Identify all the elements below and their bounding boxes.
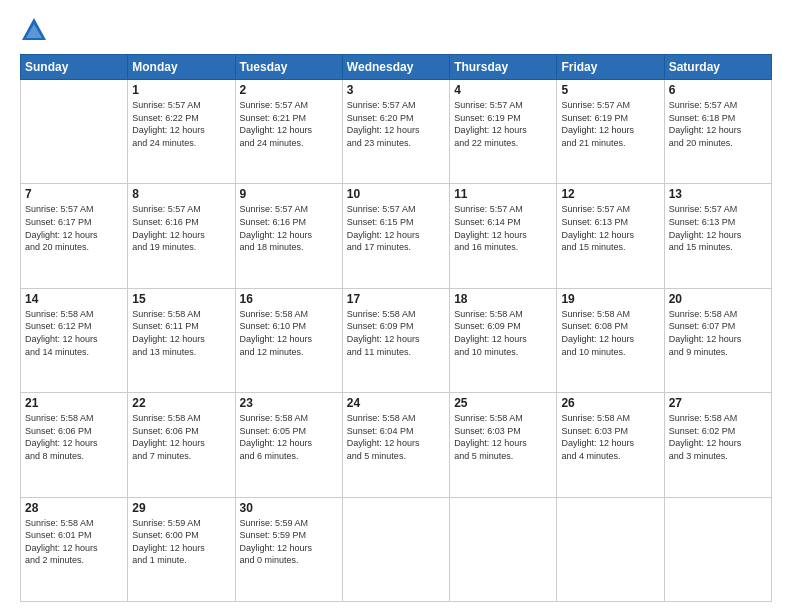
day-number: 24 [347, 396, 445, 410]
day-cell-14: 14Sunrise: 5:58 AM Sunset: 6:12 PM Dayli… [21, 288, 128, 392]
day-info: Sunrise: 5:57 AM Sunset: 6:16 PM Dayligh… [132, 203, 230, 253]
day-cell-12: 12Sunrise: 5:57 AM Sunset: 6:13 PM Dayli… [557, 184, 664, 288]
empty-cell [664, 497, 771, 601]
day-cell-22: 22Sunrise: 5:58 AM Sunset: 6:06 PM Dayli… [128, 393, 235, 497]
day-cell-17: 17Sunrise: 5:58 AM Sunset: 6:09 PM Dayli… [342, 288, 449, 392]
day-number: 14 [25, 292, 123, 306]
day-number: 27 [669, 396, 767, 410]
day-number: 15 [132, 292, 230, 306]
day-info: Sunrise: 5:59 AM Sunset: 5:59 PM Dayligh… [240, 517, 338, 567]
day-info: Sunrise: 5:57 AM Sunset: 6:21 PM Dayligh… [240, 99, 338, 149]
day-number: 17 [347, 292, 445, 306]
day-number: 8 [132, 187, 230, 201]
day-info: Sunrise: 5:58 AM Sunset: 6:10 PM Dayligh… [240, 308, 338, 358]
day-info: Sunrise: 5:58 AM Sunset: 6:11 PM Dayligh… [132, 308, 230, 358]
day-info: Sunrise: 5:57 AM Sunset: 6:13 PM Dayligh… [561, 203, 659, 253]
day-cell-21: 21Sunrise: 5:58 AM Sunset: 6:06 PM Dayli… [21, 393, 128, 497]
day-number: 10 [347, 187, 445, 201]
day-number: 19 [561, 292, 659, 306]
day-number: 4 [454, 83, 552, 97]
day-number: 2 [240, 83, 338, 97]
day-info: Sunrise: 5:58 AM Sunset: 6:09 PM Dayligh… [347, 308, 445, 358]
day-cell-10: 10Sunrise: 5:57 AM Sunset: 6:15 PM Dayli… [342, 184, 449, 288]
day-number: 9 [240, 187, 338, 201]
day-info: Sunrise: 5:57 AM Sunset: 6:17 PM Dayligh… [25, 203, 123, 253]
week-row-4: 21Sunrise: 5:58 AM Sunset: 6:06 PM Dayli… [21, 393, 772, 497]
day-cell-15: 15Sunrise: 5:58 AM Sunset: 6:11 PM Dayli… [128, 288, 235, 392]
day-number: 11 [454, 187, 552, 201]
day-cell-20: 20Sunrise: 5:58 AM Sunset: 6:07 PM Dayli… [664, 288, 771, 392]
week-row-1: 1Sunrise: 5:57 AM Sunset: 6:22 PM Daylig… [21, 80, 772, 184]
day-number: 12 [561, 187, 659, 201]
day-cell-6: 6Sunrise: 5:57 AM Sunset: 6:18 PM Daylig… [664, 80, 771, 184]
day-info: Sunrise: 5:57 AM Sunset: 6:13 PM Dayligh… [669, 203, 767, 253]
day-cell-30: 30Sunrise: 5:59 AM Sunset: 5:59 PM Dayli… [235, 497, 342, 601]
day-cell-29: 29Sunrise: 5:59 AM Sunset: 6:00 PM Dayli… [128, 497, 235, 601]
day-info: Sunrise: 5:58 AM Sunset: 6:02 PM Dayligh… [669, 412, 767, 462]
day-cell-4: 4Sunrise: 5:57 AM Sunset: 6:19 PM Daylig… [450, 80, 557, 184]
day-cell-7: 7Sunrise: 5:57 AM Sunset: 6:17 PM Daylig… [21, 184, 128, 288]
day-info: Sunrise: 5:58 AM Sunset: 6:03 PM Dayligh… [454, 412, 552, 462]
day-cell-26: 26Sunrise: 5:58 AM Sunset: 6:03 PM Dayli… [557, 393, 664, 497]
empty-cell [450, 497, 557, 601]
day-number: 22 [132, 396, 230, 410]
day-number: 20 [669, 292, 767, 306]
day-number: 3 [347, 83, 445, 97]
day-info: Sunrise: 5:57 AM Sunset: 6:15 PM Dayligh… [347, 203, 445, 253]
week-row-5: 28Sunrise: 5:58 AM Sunset: 6:01 PM Dayli… [21, 497, 772, 601]
day-info: Sunrise: 5:58 AM Sunset: 6:08 PM Dayligh… [561, 308, 659, 358]
day-cell-24: 24Sunrise: 5:58 AM Sunset: 6:04 PM Dayli… [342, 393, 449, 497]
day-cell-25: 25Sunrise: 5:58 AM Sunset: 6:03 PM Dayli… [450, 393, 557, 497]
weekday-header-row: SundayMondayTuesdayWednesdayThursdayFrid… [21, 55, 772, 80]
page: SundayMondayTuesdayWednesdayThursdayFrid… [0, 0, 792, 612]
header [20, 16, 772, 44]
logo [20, 16, 52, 44]
weekday-header-monday: Monday [128, 55, 235, 80]
day-cell-19: 19Sunrise: 5:58 AM Sunset: 6:08 PM Dayli… [557, 288, 664, 392]
day-number: 30 [240, 501, 338, 515]
weekday-header-wednesday: Wednesday [342, 55, 449, 80]
day-number: 5 [561, 83, 659, 97]
day-info: Sunrise: 5:57 AM Sunset: 6:20 PM Dayligh… [347, 99, 445, 149]
day-info: Sunrise: 5:57 AM Sunset: 6:18 PM Dayligh… [669, 99, 767, 149]
day-info: Sunrise: 5:58 AM Sunset: 6:05 PM Dayligh… [240, 412, 338, 462]
day-cell-3: 3Sunrise: 5:57 AM Sunset: 6:20 PM Daylig… [342, 80, 449, 184]
day-number: 6 [669, 83, 767, 97]
day-number: 21 [25, 396, 123, 410]
empty-cell [557, 497, 664, 601]
day-info: Sunrise: 5:57 AM Sunset: 6:14 PM Dayligh… [454, 203, 552, 253]
day-cell-27: 27Sunrise: 5:58 AM Sunset: 6:02 PM Dayli… [664, 393, 771, 497]
day-number: 1 [132, 83, 230, 97]
week-row-2: 7Sunrise: 5:57 AM Sunset: 6:17 PM Daylig… [21, 184, 772, 288]
day-number: 18 [454, 292, 552, 306]
empty-cell [342, 497, 449, 601]
day-number: 28 [25, 501, 123, 515]
day-info: Sunrise: 5:57 AM Sunset: 6:16 PM Dayligh… [240, 203, 338, 253]
day-cell-2: 2Sunrise: 5:57 AM Sunset: 6:21 PM Daylig… [235, 80, 342, 184]
day-number: 13 [669, 187, 767, 201]
day-number: 16 [240, 292, 338, 306]
day-cell-13: 13Sunrise: 5:57 AM Sunset: 6:13 PM Dayli… [664, 184, 771, 288]
day-info: Sunrise: 5:58 AM Sunset: 6:12 PM Dayligh… [25, 308, 123, 358]
day-info: Sunrise: 5:58 AM Sunset: 6:06 PM Dayligh… [25, 412, 123, 462]
weekday-header-tuesday: Tuesday [235, 55, 342, 80]
day-cell-18: 18Sunrise: 5:58 AM Sunset: 6:09 PM Dayli… [450, 288, 557, 392]
day-info: Sunrise: 5:58 AM Sunset: 6:04 PM Dayligh… [347, 412, 445, 462]
day-cell-9: 9Sunrise: 5:57 AM Sunset: 6:16 PM Daylig… [235, 184, 342, 288]
weekday-header-thursday: Thursday [450, 55, 557, 80]
day-info: Sunrise: 5:57 AM Sunset: 6:19 PM Dayligh… [561, 99, 659, 149]
day-cell-1: 1Sunrise: 5:57 AM Sunset: 6:22 PM Daylig… [128, 80, 235, 184]
day-number: 29 [132, 501, 230, 515]
day-cell-16: 16Sunrise: 5:58 AM Sunset: 6:10 PM Dayli… [235, 288, 342, 392]
weekday-header-saturday: Saturday [664, 55, 771, 80]
day-number: 25 [454, 396, 552, 410]
day-number: 26 [561, 396, 659, 410]
weekday-header-friday: Friday [557, 55, 664, 80]
day-cell-11: 11Sunrise: 5:57 AM Sunset: 6:14 PM Dayli… [450, 184, 557, 288]
day-info: Sunrise: 5:58 AM Sunset: 6:09 PM Dayligh… [454, 308, 552, 358]
day-number: 7 [25, 187, 123, 201]
day-info: Sunrise: 5:58 AM Sunset: 6:07 PM Dayligh… [669, 308, 767, 358]
day-info: Sunrise: 5:58 AM Sunset: 6:06 PM Dayligh… [132, 412, 230, 462]
logo-icon [20, 16, 48, 44]
day-cell-23: 23Sunrise: 5:58 AM Sunset: 6:05 PM Dayli… [235, 393, 342, 497]
